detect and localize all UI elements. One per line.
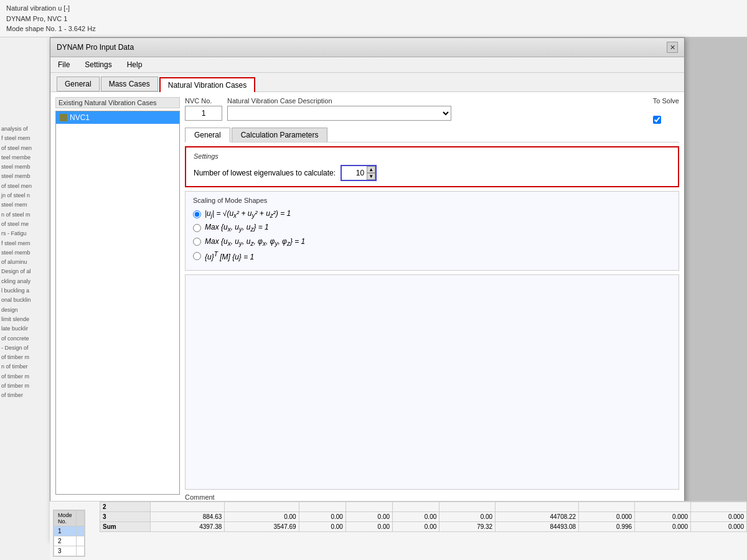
row-2-v8	[579, 502, 635, 512]
row-sum-v2: 3547.69	[225, 522, 299, 532]
row-sum-label: Sum	[100, 522, 151, 532]
row-2-label: 2	[100, 502, 151, 512]
row-3-v4: 0.00	[345, 512, 392, 522]
row-2-v9	[635, 502, 691, 512]
scaling-radio-2[interactable]	[193, 224, 201, 232]
mode-row-1-val	[76, 526, 84, 536]
nvc-list-header: Existing Natural Vibration Cases	[55, 97, 180, 108]
row-2-v3	[299, 502, 345, 512]
scaling-radio-4[interactable]	[193, 252, 201, 260]
row-sum-v1: 4397.38	[151, 522, 225, 532]
to-solve-checkbox[interactable]	[653, 116, 661, 124]
sidebar-text: analysis of f steel mem of steel men tee…	[1, 124, 48, 401]
row-sum-v10: 0.000	[691, 522, 747, 532]
settings-row: Number of lowest eigenvalues to calculat…	[194, 165, 670, 181]
nvc-color-indicator	[60, 114, 67, 121]
settings-panel: Settings Number of lowest eigenvalues to…	[185, 146, 679, 187]
nvc-no-group: NVC No.	[185, 97, 222, 121]
row-2-v6	[439, 502, 496, 512]
nvc-item-1[interactable]: NVC1	[56, 111, 179, 124]
nvc-no-input[interactable]	[185, 106, 222, 121]
description-group: Natural Vibration Case Description	[227, 97, 648, 121]
row-3-v8: 0.000	[579, 512, 635, 522]
table-row-3: 3 884.63 0.00 0.00 0.00 0.00 0.00 44708.…	[100, 512, 747, 522]
row-3-v2: 0.00	[225, 512, 299, 522]
row-3-v9: 0.000	[635, 512, 691, 522]
scaling-label-2: Max {ux, uy, uz} = 1	[205, 223, 269, 233]
row-sum-v6: 79.32	[439, 522, 496, 532]
mode-row-3-no: 3	[54, 546, 77, 556]
row-sum-v4: 0.00	[345, 522, 392, 532]
menu-bar: File Settings Help	[50, 57, 684, 73]
mode-header: ModeNo.	[54, 511, 77, 526]
comment-label: Comment	[185, 493, 679, 501]
app-title: Natural vibration u [-] DYNAM Pro, NVC 1…	[6, 3, 741, 34]
scaling-radio-1[interactable]	[193, 210, 201, 218]
row-2-v4	[345, 502, 392, 512]
row-sum-v8: 0.996	[579, 522, 635, 532]
dialog-close-button[interactable]: ✕	[667, 42, 678, 53]
row-sum-v5: 0.00	[393, 522, 439, 532]
dialog-main-content: Existing Natural Vibration Cases NVC1 NV…	[50, 92, 684, 523]
row-3-label: 3	[100, 512, 151, 522]
tab-nvc[interactable]: Natural Vibration Cases	[159, 77, 256, 92]
bottom-data-table-wrapper: 2 3 884.63 0.00 0.00 0.00 0.00 0.00	[100, 502, 747, 532]
to-solve-checkbox-group	[653, 116, 679, 124]
to-solve-group: To Solve	[653, 97, 679, 124]
window-subtitle1: DYNAM Pro, NVC 1	[6, 14, 741, 24]
mode-data-table: ModeNo. 1 2 3	[54, 510, 85, 556]
bottom-data-area: ModeNo. 1 2 3 2	[50, 501, 747, 560]
spin-up-btn[interactable]: ▲	[367, 166, 375, 173]
window-subtitle2: Mode shape No. 1 - 3.642 Hz	[6, 24, 741, 34]
nvc-item-label: NVC1	[70, 113, 90, 122]
scaling-section: Scaling of Mode Shapes |uj| = √(ux² + uy…	[185, 191, 679, 271]
nvc-list: NVC1	[55, 111, 180, 495]
to-solve-label: To Solve	[653, 97, 679, 105]
sub-tab-bar: General Calculation Parameters	[185, 128, 679, 142]
bottom-data-table: 2 3 884.63 0.00 0.00 0.00 0.00 0.00	[100, 502, 747, 532]
nvc-no-label: NVC No.	[185, 97, 222, 105]
left-panel: Existing Natural Vibration Cases NVC1	[55, 97, 180, 518]
scaling-label-4: {u}T [M] {u} = 1	[205, 251, 254, 261]
table-row-sum: Sum 4397.38 3547.69 0.00 0.00 0.00 79.32…	[100, 522, 747, 532]
row-3-v7: 44708.22	[496, 512, 579, 522]
menu-help[interactable]: Help	[125, 59, 145, 70]
tab-mass-cases[interactable]: Mass Cases	[101, 77, 158, 91]
row-3-v5: 0.00	[393, 512, 439, 522]
mode-row-2-no: 2	[54, 536, 77, 546]
app-title-bar: Natural vibration u [-] DYNAM Pro, NVC 1…	[0, 0, 747, 37]
mode-header-2	[76, 511, 84, 526]
spin-down-btn[interactable]: ▼	[367, 173, 375, 180]
row-sum-v9: 0.000	[635, 522, 691, 532]
sidebar-text-area: analysis of f steel mem of steel men tee…	[1, 124, 48, 401]
eigenvalue-input[interactable]	[342, 166, 367, 180]
mode-row-2-val	[76, 536, 84, 546]
row-3-v10: 0.000	[691, 512, 747, 522]
menu-file[interactable]: File	[55, 59, 72, 70]
row-2-v10	[691, 502, 747, 512]
sub-tab-calc-params[interactable]: Calculation Parameters	[232, 128, 328, 142]
radio-row-2: Max {ux, uy, uz} = 1	[193, 223, 671, 233]
top-row: NVC No. Natural Vibration Case Descripti…	[185, 97, 679, 124]
large-empty-area	[185, 274, 679, 490]
row-2-v5	[393, 502, 439, 512]
settings-title: Settings	[194, 152, 670, 160]
right-panel: NVC No. Natural Vibration Case Descripti…	[185, 97, 679, 518]
radio-row-3: Max {ux, uy, uz, φx, φy, φz} = 1	[193, 237, 671, 247]
description-label: Natural Vibration Case Description	[227, 97, 648, 105]
sub-tab-general[interactable]: General	[185, 128, 230, 142]
tab-general[interactable]: General	[57, 77, 100, 91]
row-3-v1: 884.63	[151, 512, 225, 522]
scaling-label-1: |uj| = √(ux² + uy² + uz²) = 1	[205, 209, 291, 219]
mode-row-3-val	[76, 546, 84, 556]
menu-settings[interactable]: Settings	[82, 59, 114, 70]
description-select[interactable]	[227, 106, 451, 121]
scaling-radio-3[interactable]	[193, 238, 201, 246]
scaling-title: Scaling of Mode Shapes	[193, 197, 671, 204]
eigenvalue-label: Number of lowest eigenvalues to calculat…	[194, 169, 336, 177]
row-sum-v3: 0.00	[299, 522, 345, 532]
row-2-v1	[151, 502, 225, 512]
table-row-2: 2	[100, 502, 747, 512]
row-2-v7	[496, 502, 579, 512]
window-title: Natural vibration u [-]	[6, 3, 741, 14]
